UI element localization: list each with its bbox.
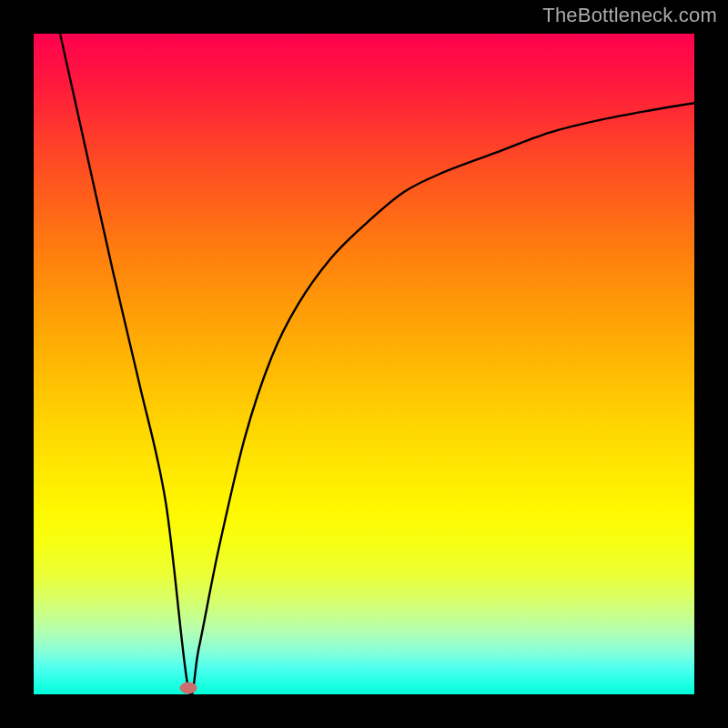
bottleneck-curve <box>60 34 694 695</box>
chart-frame: TheBottleneck.com <box>0 0 728 728</box>
plot-area <box>34 34 694 694</box>
min-point-marker <box>179 682 197 693</box>
watermark: TheBottleneck.com <box>542 4 717 27</box>
curve-svg <box>34 34 694 694</box>
